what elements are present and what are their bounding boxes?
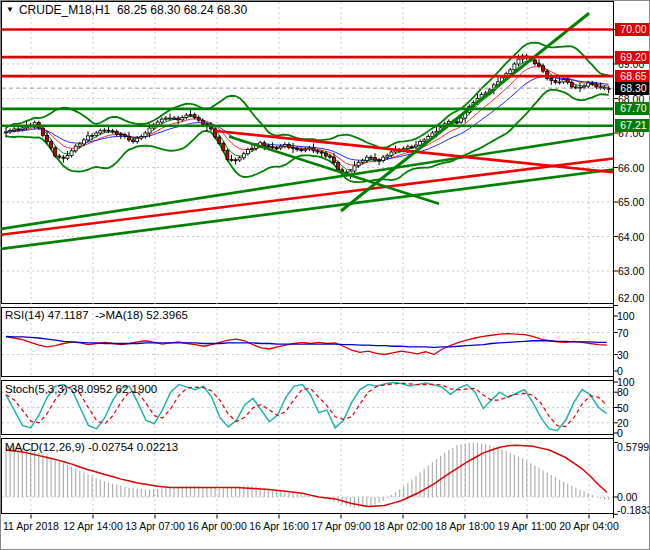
price-tick-label: 64.00 — [618, 231, 644, 243]
price-level-badge: 68.30 — [615, 82, 650, 95]
time-axis-label: 20 Apr 04:00 — [544, 520, 634, 532]
stoch-scale-label: 80 — [617, 386, 629, 398]
macd-scale-label: 0.00 — [617, 491, 637, 503]
main-chart-canvas[interactable] — [1, 1, 650, 550]
rsi-scale-label: 30 — [617, 349, 629, 361]
rsi-scale-label: 70 — [617, 327, 629, 339]
chart-window: ▼ CRUDE_M18,H1 68.25 68.30 68.24 68.30 R… — [0, 0, 650, 550]
rsi-label: RSI(14) 47.1187 ->MA(18) 52.3965 — [5, 309, 188, 321]
price-level-badge: 69.20 — [615, 51, 650, 64]
symbol-title: ▼ CRUDE_M18,H1 68.25 68.30 68.24 68.30 — [6, 3, 247, 17]
price-tick-label: 63.00 — [618, 265, 644, 277]
stoch-label: Stoch(5,3,3) 38.0952 62.1900 — [5, 383, 157, 395]
price-tick-label: 62.00 — [618, 292, 644, 304]
macd-scale-label: 0.5799 — [617, 441, 649, 453]
stoch-scale-label: 0 — [617, 427, 623, 439]
price-level-badge: 67.21 — [615, 119, 650, 132]
macd-scale-label: -0.18339 — [617, 504, 650, 516]
macd-label: MACD(12,26,9) -0.02754 0.02213 — [5, 441, 178, 453]
rsi-scale-label: 100 — [617, 310, 635, 322]
price-level-badge: 68.65 — [615, 70, 650, 83]
price-tick-label: 66.00 — [618, 162, 644, 174]
price-tick-label: 65.00 — [618, 196, 644, 208]
price-level-badge: 70.00 — [615, 23, 650, 36]
stoch-scale-label: 50 — [617, 402, 629, 414]
price-level-badge: 67.70 — [615, 102, 650, 115]
symbol-dropdown-icon[interactable]: ▼ — [6, 6, 14, 14]
symbol-ohlc-text: CRUDE_M18,H1 68.25 68.30 68.24 68.30 — [19, 3, 247, 17]
